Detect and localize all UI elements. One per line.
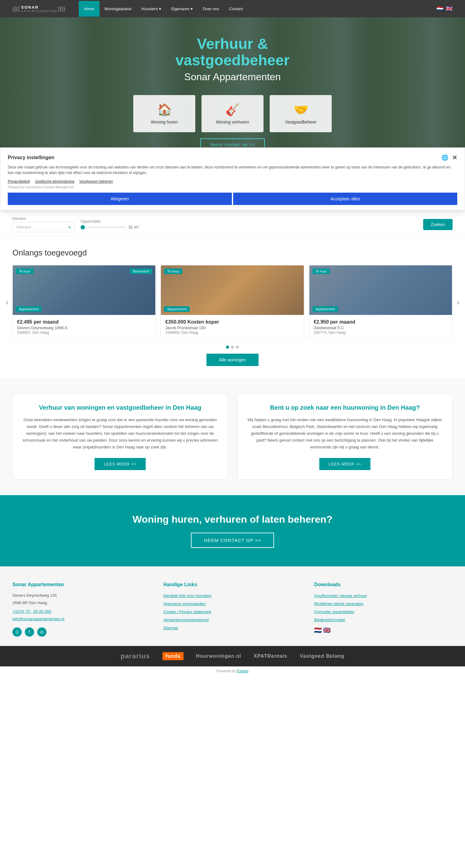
accept-button[interactable]: Accepteer alles [233, 193, 457, 205]
range-slider-area: 31 m² [81, 225, 139, 229]
search-button[interactable]: Zoeken [423, 219, 453, 230]
info-box-verhuur: Verhuur van woningen en vastgoedbeheer i… [12, 394, 228, 480]
footer-dl-garantsteller[interactable]: Formulier garantsteller [314, 608, 453, 616]
listing-address: Jacob Pronkstraat 130 [165, 326, 299, 330]
footer: Sonar Appartementen Gevers Deynootweg 12… [0, 566, 465, 646]
footer-powered: Powered by Eazlee [0, 666, 465, 676]
listing-address: Gevers Deynootweg 1098 A [17, 326, 151, 330]
listing-type-badge: Appartement [313, 306, 338, 312]
footer-phone-link[interactable]: +31(0) 70 - 35 05 080 [12, 609, 51, 614]
nav-item-overons[interactable]: Over ons [198, 1, 224, 17]
footer-flags: 🇳🇱 🇬🇧 [314, 626, 453, 634]
range-handle-icon[interactable] [81, 225, 85, 229]
listing-card[interactable]: Te koop Appartement €350.000 Kosten kope… [161, 265, 304, 339]
interior-field-group: Interieur Interieur ▾ [12, 216, 75, 232]
footer-dl-biedingsformulier[interactable]: Biedingsformulier [314, 616, 453, 624]
dot-3[interactable] [236, 346, 239, 349]
privacy-buttons: Weigeren Accepteer alles [8, 193, 457, 205]
listing-info: €350.000 Kosten koper Jacob Pronkstraat … [161, 315, 303, 339]
cta-title: Woning huren, verhuren of laten beheren? [12, 514, 453, 525]
privacy-powered: Powered by Usercentrics Consent Manageme… [8, 185, 457, 189]
instagram-icon[interactable]: ① [12, 627, 22, 637]
nav-item-eigenaren[interactable]: Eigenaren ▾ [166, 1, 198, 17]
privacy-header: Privacy instellingen 🌐 ✕ [8, 154, 457, 161]
footer-dl-reparaties[interactable]: Richtlijnen kleine reparaties [314, 600, 453, 608]
info-box-1-title: Verhuur van woningen en vastgoedbeheer i… [22, 403, 218, 411]
range-track[interactable] [88, 227, 125, 227]
navbar: (((( SONAR APPARTEMENTEN )))) Home Wonin… [0, 0, 465, 17]
partner-huurwoningen[interactable]: Huurwoningen.nl [196, 653, 241, 659]
footer-flag-nl[interactable]: 🇳🇱 [314, 626, 322, 634]
nav-item-home[interactable]: Home [79, 1, 99, 17]
listing-price: €2.950 per maand [314, 319, 448, 325]
interior-label: Interieur [12, 216, 75, 221]
guitar-icon: 🎸 [225, 103, 240, 117]
listing-city: 2586BX, Den Haag [17, 331, 151, 335]
interior-select[interactable]: Interieur ▾ [12, 222, 75, 232]
nav-item-woningaanbod[interactable]: Woningaanbod [99, 1, 137, 17]
hero-contact-button[interactable]: Neem contact op >> [200, 138, 265, 147]
all-listings-button[interactable]: Alle woningen [206, 354, 258, 366]
listing-address: Zwolsestraat 5 C [314, 326, 448, 330]
listings-next-button[interactable]: › [454, 297, 462, 307]
nav-item-contact[interactable]: Contact [224, 1, 248, 17]
listing-badge-koop: Te koop [164, 269, 182, 274]
listing-image: Te huur Appartement [309, 266, 452, 315]
partner-funda[interactable]: funda [163, 652, 184, 660]
dot-1[interactable] [226, 346, 229, 349]
logo-waves-right-icon: )))) [58, 6, 65, 12]
linkedin-icon[interactable]: in [37, 627, 47, 637]
footer-links-title: Handige Links [163, 582, 302, 587]
footer-link-privacy[interactable]: Cookie / Privacy statement [163, 608, 302, 616]
info-box-1-text: Onze betrokken medewerkers zorgen er gra… [22, 416, 218, 451]
recent-title: Onlangs toegevoegd [12, 248, 453, 258]
listing-badge-huur: Te huur [16, 269, 33, 274]
nav-item-huurders[interactable]: Huurders ▾ [137, 1, 166, 17]
flag-nl-icon[interactable]: 🇳🇱 [436, 5, 443, 12]
cta-button[interactable]: NEEM CONTACT OP >> [191, 533, 274, 548]
hero-card-verhuren[interactable]: 🎸 Woning verhuren [202, 95, 263, 132]
listing-image: Te huur Binnenkort Appartement [13, 266, 155, 315]
globe-icon[interactable]: 🌐 [441, 154, 448, 161]
partner-pararius[interactable]: pararius [121, 652, 150, 660]
reject-button[interactable]: Weigeren [8, 193, 232, 205]
footer-social: ① f in [12, 627, 151, 637]
dropdown-arrow-icon: ▾ [68, 225, 70, 229]
listing-card[interactable]: Te huur Appartement €2.950 per maand Zwo… [309, 265, 452, 339]
logo[interactable]: (((( SONAR APPARTEMENTEN )))) [12, 5, 66, 13]
footer-link-verwerkersovereenkomst[interactable]: Verwerkersovereenkomst [163, 616, 302, 624]
info-box-1-button[interactable]: LEES MEER >> [94, 458, 146, 470]
footer-flag-gb[interactable]: 🇬🇧 [323, 626, 331, 634]
footer-email-link[interactable]: info@sonarappartementen.nl [12, 615, 151, 623]
preferences-link[interactable]: Voorkeuren beheren [79, 179, 113, 184]
hero-section: Verhuur & vastgoedbeheer Sonar Apparteme… [0, 17, 465, 147]
footer-link-sitemap[interactable]: Sitemap [163, 624, 302, 632]
hero-card-huren[interactable]: 🏠 Woning huren [133, 95, 195, 132]
footer-link-huurders[interactable]: Handige link voor huurders [163, 592, 302, 600]
flag-gb-icon[interactable]: 🇬🇧 [446, 5, 453, 12]
footer-dl-verhuur[interactable]: Invulformulier nieuwe verhuur [314, 592, 453, 600]
surface-range-group: Oppervlakte 31 m² [81, 219, 139, 229]
hero-card-vastgoed[interactable]: 🤝 Vastgoedbeheer [270, 95, 332, 132]
listings-prev-button[interactable]: ‹ [3, 297, 11, 307]
hero-cards: 🏠 Woning huren 🎸 Woning verhuren 🤝 Vastg… [133, 95, 332, 132]
partner-vastgoedbelang[interactable]: Vastgoed Belang [300, 653, 344, 659]
powered-by-link[interactable]: Eazlee [237, 669, 249, 673]
dot-2[interactable] [231, 346, 234, 349]
hero-content: Verhuur & vastgoedbeheer Sonar Apparteme… [175, 36, 290, 83]
partner-xpatrentals[interactable]: XPATRentals [254, 653, 287, 659]
hero-subtitle: Sonar Appartementen [175, 71, 290, 83]
privacy-modal: Privacy instellingen 🌐 ✕ Deze site maakt… [0, 147, 465, 210]
listing-card[interactable]: Te huur Binnenkort Appartement €2.495 pe… [12, 265, 156, 339]
privacy-title: Privacy instellingen [8, 155, 54, 160]
footer-link-voorwaarden[interactable]: Algemene voorwaarden [163, 600, 302, 608]
listings-grid: Te huur Binnenkort Appartement €2.495 pe… [12, 265, 453, 339]
info-box-2-button[interactable]: LEES MEER >> [319, 458, 371, 470]
legal-notice-link[interactable]: Juridische kennisgeving [35, 179, 74, 184]
facebook-icon[interactable]: f [25, 627, 34, 637]
listing-price: €2.495 per maand [17, 319, 151, 325]
privacy-policy-link[interactable]: Privacybeleid [8, 179, 30, 184]
listing-badge-binnenkort: Binnenkort [130, 269, 152, 274]
privacy-close-button[interactable]: ✕ [452, 154, 457, 161]
info-box-2-title: Bent u op zoek naar een huurwoning in De… [247, 403, 443, 411]
